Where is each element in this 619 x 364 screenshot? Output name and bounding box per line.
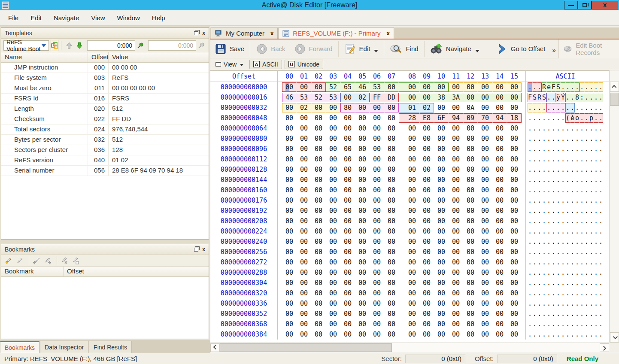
- hex-ascii-char[interactable]: .: [528, 206, 532, 215]
- hex-byte[interactable]: 00: [419, 278, 434, 288]
- hex-byte[interactable]: 00: [355, 309, 370, 318]
- hex-byte[interactable]: 00: [311, 144, 326, 154]
- hex-byte[interactable]: 00: [311, 113, 326, 123]
- hex-ascii-char[interactable]: .: [546, 258, 551, 267]
- hex-ascii-char[interactable]: .: [546, 206, 551, 215]
- hex-byte[interactable]: 00: [326, 185, 340, 195]
- hex-byte[interactable]: 09: [463, 113, 478, 123]
- hex-ascii-char[interactable]: .: [551, 124, 556, 133]
- hex-byte[interactable]: 00: [311, 227, 326, 236]
- hex-ascii-char[interactable]: 8: [575, 93, 580, 102]
- hex-byte[interactable]: 80: [340, 103, 355, 112]
- hex-ascii-char[interactable]: .: [546, 155, 551, 164]
- hex-byte[interactable]: 02: [419, 103, 434, 112]
- hex-byte[interactable]: 00: [297, 319, 311, 329]
- hex-byte[interactable]: 00: [434, 175, 449, 185]
- hex-byte[interactable]: 00: [370, 288, 384, 298]
- hex-ascii-char[interactable]: .: [542, 103, 546, 112]
- hex-byte[interactable]: 00: [355, 155, 370, 164]
- hex-ascii-char[interactable]: .: [589, 237, 594, 246]
- hex-byte[interactable]: 0A: [463, 103, 478, 112]
- hex-ascii-char[interactable]: .: [580, 206, 584, 215]
- previous-bookmark-button[interactable]: [32, 256, 41, 265]
- hex-ascii-char[interactable]: .: [561, 206, 565, 215]
- hex-ascii-char[interactable]: .: [584, 258, 589, 267]
- hex-ascii-char[interactable]: .: [532, 175, 537, 185]
- scroll-up-button[interactable]: [610, 82, 619, 92]
- hex-byte[interactable]: 00: [507, 268, 522, 277]
- hex-byte[interactable]: 00: [384, 144, 399, 154]
- hex-ascii-char[interactable]: .: [556, 216, 561, 226]
- tab-refs-volume[interactable]: REFS_VOLUME (F:) - Primary x: [278, 27, 394, 39]
- hex-byte[interactable]: 00: [282, 268, 297, 277]
- hex-ascii-char[interactable]: .: [584, 299, 589, 308]
- hex-ascii-char[interactable]: .: [580, 247, 584, 257]
- hex-byte[interactable]: 00: [463, 319, 478, 329]
- hex-byte[interactable]: 00: [478, 309, 492, 318]
- hex-ascii-char[interactable]: .: [598, 82, 603, 92]
- hex-byte[interactable]: 00: [434, 237, 449, 246]
- hex-byte[interactable]: 00: [297, 175, 311, 185]
- hex-byte[interactable]: 00: [282, 103, 297, 112]
- hex-ascii-char[interactable]: .: [542, 288, 546, 298]
- hex-byte[interactable]: 00: [478, 196, 492, 205]
- hex-byte[interactable]: 00: [449, 319, 463, 329]
- menu-window[interactable]: Window: [111, 11, 146, 24]
- hex-byte[interactable]: 00: [507, 155, 522, 164]
- hex-byte[interactable]: 00: [478, 247, 492, 257]
- hex-byte[interactable]: 00: [340, 237, 355, 246]
- hex-ascii-char[interactable]: .: [575, 278, 580, 288]
- template-row[interactable]: Bytes per sector032512: [1, 135, 209, 145]
- hex-ascii-char[interactable]: .: [532, 82, 537, 92]
- hex-ascii-char[interactable]: .: [551, 227, 556, 236]
- template-row[interactable]: Total sectors024976,748,544: [1, 124, 209, 135]
- hex-byte[interactable]: 00: [384, 175, 399, 185]
- hex-byte[interactable]: 00: [492, 185, 507, 195]
- hex-ascii-char[interactable]: .: [570, 165, 575, 174]
- hex-byte[interactable]: 00: [282, 227, 297, 236]
- hex-byte[interactable]: 00: [384, 196, 399, 205]
- template-row[interactable]: Sectors per cluster036128: [1, 145, 209, 155]
- hex-byte[interactable]: 00: [326, 309, 340, 318]
- hex-ascii-char[interactable]: .: [584, 103, 589, 112]
- hex-ascii-char[interactable]: .: [561, 216, 565, 226]
- hex-byte[interactable]: 00: [370, 227, 384, 236]
- find-button[interactable]: Find: [385, 41, 422, 57]
- hex-ascii-char[interactable]: .: [561, 319, 565, 329]
- hex-byte[interactable]: 00: [340, 309, 355, 318]
- hex-ascii-char[interactable]: .: [584, 185, 589, 195]
- hex-ascii-char[interactable]: .: [589, 93, 594, 102]
- hex-ascii-char[interactable]: .: [537, 185, 542, 195]
- hex-byte[interactable]: 00: [507, 247, 522, 257]
- hex-byte[interactable]: 00: [478, 103, 492, 112]
- hex-ascii-char[interactable]: .: [561, 258, 565, 267]
- hex-byte[interactable]: 00: [326, 288, 340, 298]
- hex-ascii-char[interactable]: .: [532, 268, 537, 277]
- hex-byte[interactable]: 00: [297, 206, 311, 215]
- hex-byte[interactable]: 00: [297, 268, 311, 277]
- hex-byte[interactable]: 00: [384, 247, 399, 257]
- hex-byte[interactable]: 00: [326, 134, 340, 143]
- hex-byte[interactable]: 00: [355, 196, 370, 205]
- hex-byte[interactable]: 00: [434, 103, 449, 112]
- hex-byte[interactable]: 00: [463, 227, 478, 236]
- hex-byte[interactable]: 00: [311, 155, 326, 164]
- hex-byte[interactable]: 00: [326, 319, 340, 329]
- hex-ascii-char[interactable]: .: [532, 134, 537, 143]
- hex-byte[interactable]: 00: [478, 165, 492, 174]
- hex-ascii-char[interactable]: .: [594, 299, 598, 308]
- edit-boot-records-button[interactable]: Edit Boot Records: [559, 41, 619, 57]
- hex-ascii-char[interactable]: R: [542, 82, 546, 92]
- hex-byte[interactable]: 00: [419, 165, 434, 174]
- hex-ascii-char[interactable]: .: [532, 330, 537, 339]
- hex-byte[interactable]: 00: [434, 206, 449, 215]
- hex-byte[interactable]: 00: [449, 155, 463, 164]
- hex-byte[interactable]: 00: [463, 134, 478, 143]
- hex-ascii-char[interactable]: .: [551, 165, 556, 174]
- template-row[interactable]: Length020512: [1, 104, 209, 114]
- hex-byte[interactable]: 00: [492, 319, 507, 329]
- hex-ascii-char[interactable]: .: [528, 196, 532, 205]
- hex-ascii-char[interactable]: .: [584, 155, 589, 164]
- hex-byte[interactable]: 00: [399, 134, 419, 143]
- template-row[interactable]: Serial number05628 E8 6F 94 09 70 94 18: [1, 166, 209, 176]
